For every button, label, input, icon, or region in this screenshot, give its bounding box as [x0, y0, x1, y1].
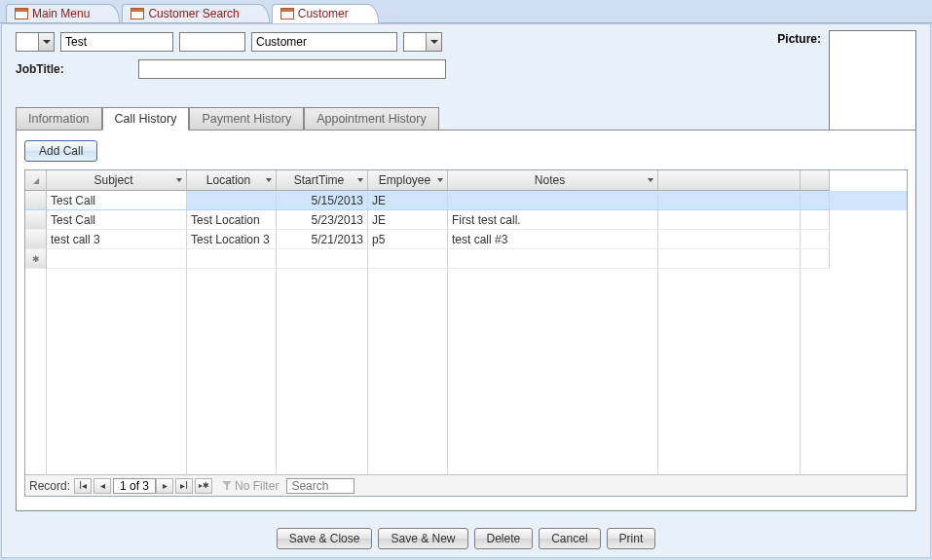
cancel-button[interactable]: Cancel: [539, 528, 600, 549]
nav-last-button[interactable]: ▸I: [175, 478, 193, 494]
form-icon: [280, 8, 294, 19]
doc-tab-label: Customer: [298, 7, 349, 20]
call-history-panel: Add Call ◢ Subject Location StartTime Em…: [16, 130, 916, 511]
cell-subject[interactable]: test call 3: [47, 230, 187, 249]
filter-label: No Filter: [235, 479, 279, 493]
chevron-down-icon[interactable]: [38, 33, 54, 51]
funnel-icon: [222, 481, 232, 491]
first-name-input[interactable]: [60, 32, 173, 52]
filter-toggle[interactable]: No Filter: [222, 479, 279, 493]
grid-header: ◢ Subject Location StartTime Employee No…: [25, 170, 907, 191]
form-icon: [15, 8, 28, 19]
new-row[interactable]: [25, 249, 907, 269]
table-row[interactable]: Test Call 5/15/2013 JE: [25, 191, 907, 210]
nav-first-button[interactable]: I◂: [74, 478, 92, 494]
tab-appointment-history[interactable]: Appointment History: [304, 107, 439, 131]
doc-tab-main-menu[interactable]: Main Menu: [6, 4, 120, 22]
col-end[interactable]: [801, 170, 830, 191]
col-blank[interactable]: [658, 170, 801, 191]
cell-employee[interactable]: JE: [368, 191, 448, 210]
detail-tabs: Information Call History Payment History…: [16, 106, 916, 130]
col-starttime[interactable]: StartTime: [277, 170, 368, 191]
tab-call-history[interactable]: Call History: [102, 107, 190, 131]
table-row[interactable]: test call 3 Test Location 3 5/21/2013 p5…: [25, 230, 907, 249]
jobtitle-input[interactable]: [138, 59, 446, 79]
chevron-down-icon: [648, 178, 653, 182]
jobtitle-label: JobTitle:: [16, 62, 130, 76]
save-new-button[interactable]: Save & New: [378, 528, 467, 549]
row-selector[interactable]: [25, 230, 47, 249]
chevron-down-icon: [437, 178, 443, 182]
doc-tab-customer-search[interactable]: Customer Search: [122, 4, 269, 22]
record-navigator: Record: I◂ ◂ ▸ ▸I ▸✱ No Filter: [25, 474, 907, 496]
col-employee[interactable]: Employee: [368, 170, 448, 191]
select-all-corner[interactable]: ◢: [25, 170, 47, 191]
cell-location[interactable]: Test Location 3: [187, 230, 277, 249]
cell-notes[interactable]: test call #3: [448, 230, 658, 249]
save-close-button[interactable]: Save & Close: [277, 528, 373, 549]
cell-location[interactable]: [187, 191, 277, 210]
nav-prev-button[interactable]: ◂: [93, 478, 111, 494]
cell-notes[interactable]: [448, 191, 658, 210]
cell-employee[interactable]: JE: [368, 210, 448, 230]
grid-search-input[interactable]: [286, 478, 354, 494]
app-window: Main Menu Customer Search Customer Pictu…: [0, 0, 932, 560]
col-location[interactable]: Location: [187, 170, 277, 191]
calls-grid: ◢ Subject Location StartTime Employee No…: [24, 169, 908, 497]
doc-tab-label: Main Menu: [32, 7, 90, 20]
tab-payment-history[interactable]: Payment History: [189, 107, 304, 131]
picture-box[interactable]: [829, 30, 916, 139]
cell-location[interactable]: Test Location: [187, 210, 277, 230]
middle-name-input[interactable]: [179, 32, 245, 52]
suffix-input[interactable]: [404, 33, 426, 51]
row-selector[interactable]: [25, 191, 47, 210]
grid-body: Test Call 5/15/2013 JE Test Call Test Lo…: [25, 191, 907, 474]
cell-subject[interactable]: Test Call: [47, 210, 187, 230]
chevron-down-icon[interactable]: [426, 33, 441, 51]
salutation-combo[interactable]: [16, 32, 55, 52]
delete-button[interactable]: Delete: [474, 528, 534, 549]
form-icon: [130, 8, 144, 19]
chevron-down-icon: [357, 178, 363, 182]
record-position-input[interactable]: [113, 478, 156, 494]
cell-employee[interactable]: p5: [368, 230, 448, 249]
chevron-down-icon: [176, 178, 182, 182]
cell-notes[interactable]: First test call.: [448, 210, 658, 230]
cell-starttime[interactable]: 5/15/2013: [277, 191, 368, 210]
row-selector[interactable]: [25, 249, 47, 269]
doc-tab-customer[interactable]: Customer: [272, 4, 379, 22]
cell-starttime[interactable]: 5/21/2013: [277, 230, 368, 249]
last-name-input[interactable]: [251, 32, 397, 52]
row-selector[interactable]: [25, 210, 47, 230]
col-notes[interactable]: Notes: [448, 170, 658, 191]
jobtitle-row: JobTitle:: [16, 59, 916, 79]
add-call-button[interactable]: Add Call: [24, 140, 97, 162]
tab-information[interactable]: Information: [16, 107, 102, 131]
print-button[interactable]: Print: [607, 528, 656, 549]
doc-tab-label: Customer Search: [148, 7, 239, 20]
suffix-combo[interactable]: [403, 32, 442, 52]
picture-label: Picture:: [777, 32, 821, 46]
cell-subject[interactable]: Test Call: [47, 191, 187, 210]
salutation-input[interactable]: [17, 33, 38, 51]
cell-starttime[interactable]: 5/23/2013: [277, 210, 368, 230]
document-tabs: Main Menu Customer Search Customer: [0, 0, 932, 23]
col-subject[interactable]: Subject: [47, 170, 187, 191]
chevron-down-icon: [266, 178, 272, 182]
nav-new-button[interactable]: ▸✱: [195, 478, 212, 494]
customer-form: Picture: JobTitle: Information Call Hist…: [1, 23, 931, 558]
nav-next-button[interactable]: ▸: [156, 478, 173, 494]
record-label: Record:: [29, 479, 70, 493]
table-row[interactable]: Test Call Test Location 5/23/2013 JE Fir…: [25, 210, 907, 230]
form-action-bar: Save & Close Save & New Delete Cancel Pr…: [2, 528, 930, 549]
